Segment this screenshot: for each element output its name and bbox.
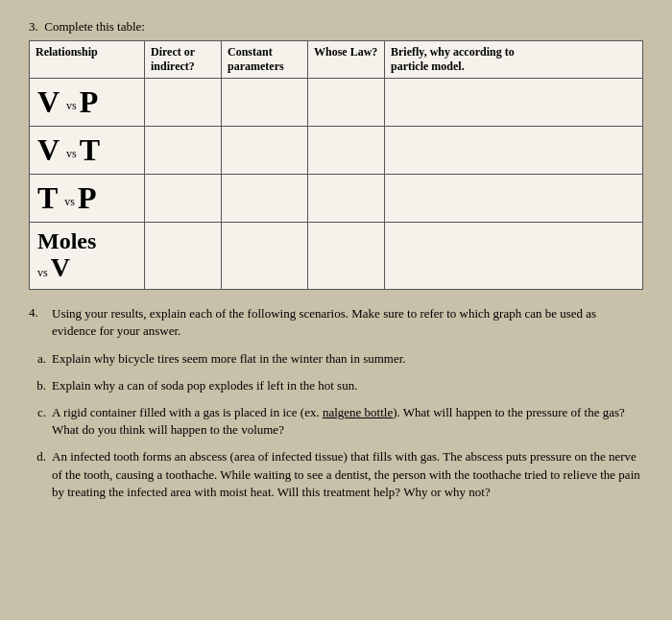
whose-cell [308, 79, 385, 127]
sub-text-d: An infected tooth forms an abscess (area… [52, 448, 643, 501]
sub-text-c: A rigid container filled with a gas is p… [52, 404, 643, 439]
constant-cell [222, 127, 308, 175]
gas-laws-table: Relationship Direct orindirect? Constant… [29, 40, 643, 290]
v-label: V [37, 84, 60, 119]
vs-label: vs [37, 267, 48, 279]
question3-container: 3. Complete this table: Relationship Dir… [29, 19, 643, 290]
v-label: V [51, 253, 70, 283]
briefly-cell [385, 127, 643, 175]
table-row: V vs T [30, 127, 643, 175]
question4-container: 4. Using your results, explain each of t… [29, 305, 643, 501]
briefly-cell [385, 175, 643, 223]
t-label: T [80, 132, 100, 167]
relationship-cell: V vs T [30, 127, 145, 175]
table-row: T vs P [30, 175, 643, 223]
vs-label: vs [64, 195, 78, 208]
subquestion-a: a. Explain why bicycle tires seem more f… [29, 350, 643, 368]
sub-letter-d: d. [29, 448, 46, 501]
table-row: Moles vs V [30, 223, 643, 290]
whose-cell [308, 223, 385, 290]
col-constant: Constantparameters [222, 41, 308, 79]
moles-label: Moles [37, 228, 136, 253]
constant-cell [222, 175, 308, 223]
direct-cell [145, 127, 222, 175]
constant-cell [222, 79, 308, 127]
question4-header: 4. Using your results, explain each of t… [29, 305, 643, 340]
direct-cell [145, 223, 222, 290]
col-relationship: Relationship [30, 41, 145, 79]
whose-cell [308, 175, 385, 223]
subquestion-b: b. Explain why a can of soda pop explode… [29, 377, 643, 394]
relationship-cell: T vs P [30, 175, 145, 223]
whose-cell [308, 127, 385, 175]
sub-letter-a: a. [29, 350, 46, 368]
constant-cell [222, 223, 308, 290]
v-label: V [37, 132, 60, 167]
table-header-row: Relationship Direct orindirect? Constant… [30, 41, 643, 79]
sub-text-b: Explain why a can of soda pop explodes i… [52, 377, 643, 394]
relationship-cell: V vs P [30, 79, 145, 127]
direct-cell [145, 79, 222, 127]
col-whose: Whose Law? [308, 41, 385, 79]
briefly-cell [385, 223, 643, 290]
table-row: V vs P [30, 79, 643, 127]
direct-cell [145, 175, 222, 223]
subquestion-c: c. A rigid container filled with a gas i… [29, 404, 643, 439]
question4-instruction: Using your results, explain each of the … [52, 305, 643, 340]
vs-label: vs [66, 99, 80, 112]
question4-label: 4. [29, 305, 46, 340]
subquestion-d: d. An infected tooth forms an abscess (a… [29, 448, 643, 501]
col-briefly: Briefly, why according toparticle model. [385, 41, 643, 79]
col-direct: Direct orindirect? [145, 41, 222, 79]
briefly-cell [385, 79, 643, 127]
sub-letter-c: c. [29, 404, 46, 439]
vs-label: vs [66, 147, 80, 160]
t-label: T [37, 180, 58, 215]
p-label: P [78, 180, 97, 215]
sub-letter-b: b. [29, 377, 46, 394]
question3-label: 3. Complete this table: [29, 19, 643, 35]
relationship-cell: Moles vs V [30, 223, 145, 290]
p-label: P [80, 84, 99, 119]
sub-text-a: Explain why bicycle tires seem more flat… [52, 350, 643, 368]
